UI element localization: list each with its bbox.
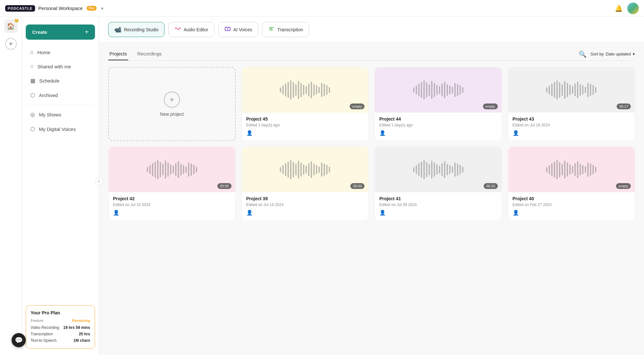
pro-plan-feature-name: Transcription [31, 331, 61, 337]
card-user-icon: 👤 [513, 130, 519, 136]
sidebar-item-schedule[interactable]: ▦ Schedule [24, 74, 96, 88]
tabs-row: Projects Recordings 🔍 Sort by Date updat… [108, 43, 635, 61]
sidebar-item-my-shows[interactable]: ◎ My Shows [24, 108, 96, 122]
sort-button[interactable]: Sort by Date updated ▾ [591, 52, 635, 56]
card-date: Edited on Feb 27 2024 [513, 202, 630, 207]
add-workspace-button[interactable]: + [5, 38, 17, 50]
sidebar-item-my-digital-voices[interactable]: ⬡ My Digital Voices [24, 122, 96, 136]
schedule-icon: ▦ [30, 77, 35, 84]
card-avatar-row: 👤 [246, 210, 364, 216]
chat-icon: 💬 [15, 336, 23, 344]
ai-voices-icon [224, 25, 231, 34]
sidebar-item-archived-label: Archived [39, 93, 58, 98]
audio-editor-icon [175, 25, 181, 34]
topbar-right: 🔔 [615, 3, 639, 14]
plus-icon: + [9, 40, 13, 48]
search-icon[interactable]: 🔍 [579, 50, 587, 58]
card-info: Project 42 Edited on Jul 16 2024 👤 [109, 192, 235, 220]
sort-label: Sort by [591, 52, 604, 56]
sidebar-item-archived[interactable]: ⬡ Archived [24, 88, 96, 102]
card-avatar-row: 👤 [379, 210, 497, 216]
card-avatar-row: 👤 [113, 210, 231, 216]
project-card[interactable]: 00:17 Project 43 Edited on Jul 18 2024 👤 [508, 67, 635, 141]
create-button[interactable]: Create + [26, 25, 95, 40]
audio-editor-label: Audio Editor [184, 27, 208, 32]
pro-plan-title: Your Pro Plan [31, 310, 90, 315]
pro-plan-col2: Remaining [61, 319, 90, 324]
home-narrow-icon: 🏠 [7, 22, 15, 30]
card-user-icon: 👤 [246, 130, 253, 136]
chat-button[interactable]: 💬 [12, 333, 26, 347]
card-user-icon: 👤 [379, 210, 386, 216]
card-thumbnail: 00:05 [109, 147, 235, 192]
sidebar-item-home[interactable]: ⌂ Home [24, 45, 96, 59]
sidebar-item-shared-with-me[interactable]: ○ Shared with me [24, 60, 96, 73]
project-card[interactable]: empty Project 45 Edited 1 day(s) ago 👤 [242, 67, 369, 141]
pro-plan-feature-value: 1M chars [61, 337, 90, 344]
card-thumbnail: 00:17 [508, 67, 635, 113]
project-card[interactable]: + New project [108, 67, 236, 141]
card-info: Project 45 Edited 1 day(s) ago 👤 [242, 113, 369, 141]
duration-badge: empty [483, 104, 498, 109]
card-date: Edited on Jul 18 2024 [513, 123, 630, 127]
avatar[interactable] [627, 3, 639, 14]
transcription-icon [268, 25, 275, 34]
sidebar-nav: ⌂ Home ○ Shared with me ▦ Schedule ⬡ Arc… [22, 42, 99, 301]
card-user-icon: 👤 [379, 130, 386, 136]
sidebar-narrow-home[interactable]: 🏠 👑 [4, 19, 18, 33]
tool-ai-voices[interactable]: AI Voices [218, 22, 258, 37]
notification-icon[interactable]: 🔔 [615, 5, 623, 12]
new-project-label: New project [160, 112, 184, 117]
sidebar-main: Create + ⌂ Home ○ Shared with me ▦ Sched… [22, 0, 99, 355]
tab-projects[interactable]: Projects [108, 48, 128, 60]
card-title: Project 42 [113, 196, 231, 201]
project-card[interactable]: 00:20 Project 41 Edited on Jul 09 2024 👤 [374, 147, 502, 221]
logo-area: PODCASTLE Personal Workspace Pro ▾ [5, 5, 103, 12]
card-title: Project 39 [246, 196, 364, 201]
card-thumbnail: empty [242, 67, 369, 113]
duration-badge: 00:20 [484, 183, 498, 189]
pro-plan-feature-name: Text-to-Speech [31, 337, 61, 344]
project-card[interactable]: empty Project 44 Edited 1 day(s) ago 👤 [374, 67, 502, 141]
card-thumbnail: 00:00 [242, 147, 369, 192]
card-avatar-row: 👤 [379, 130, 497, 136]
tabs-actions: 🔍 Sort by Date updated ▾ [579, 50, 635, 58]
workspace-chevron-icon[interactable]: ▾ [101, 6, 103, 11]
card-avatar-row: 👤 [246, 130, 364, 136]
card-user-icon: 👤 [113, 210, 119, 216]
sort-chevron-icon: ▾ [633, 52, 635, 56]
card-title: Project 44 [379, 116, 497, 122]
card-avatar-row: 👤 [513, 130, 630, 136]
sidebar-item-shows-label: My Shows [39, 112, 61, 117]
duration-badge: 00:17 [617, 104, 631, 109]
svg-point-3 [227, 28, 228, 30]
recording-studio-icon: 📹 [114, 26, 121, 33]
pro-plan-feature-value: 25 hrs [61, 331, 90, 337]
archive-icon: ⬡ [30, 92, 35, 99]
pro-plan-col1: Feature [31, 319, 61, 324]
tool-recording-studio[interactable]: 📹 Recording Studio [108, 22, 165, 37]
project-card[interactable]: 00:05 Project 42 Edited on Jul 16 2024 👤 [108, 147, 236, 221]
project-card[interactable]: empty Project 40 Edited on Feb 27 2024 👤 [508, 147, 635, 221]
sort-value: Date updated [606, 52, 631, 56]
duration-badge: empty [616, 183, 631, 189]
pro-plan-feature-value: 19 hrs 59 mins [61, 324, 90, 331]
card-info: Project 43 Edited on Jul 18 2024 👤 [508, 113, 635, 141]
sidebar-divider [26, 105, 95, 105]
card-date: Edited on Jul 16 2024 [113, 202, 231, 207]
logo: PODCASTLE [5, 5, 35, 12]
tool-audio-editor[interactable]: Audio Editor [168, 22, 214, 37]
crown-badge: 👑 [14, 18, 19, 23]
card-thumbnail: empty [508, 147, 635, 192]
sidebar-item-home-label: Home [37, 50, 50, 55]
collapse-sidebar-button[interactable]: < [95, 178, 103, 185]
toolbar: 📹 Recording Studio Audio Editor AI Voice… [99, 17, 644, 43]
card-date: Edited on Jul 09 2024 [379, 202, 497, 207]
create-label: Create [32, 29, 47, 35]
tool-transcription[interactable]: Transcription [262, 22, 309, 37]
topbar: PODCASTLE Personal Workspace Pro ▾ 🔔 [0, 0, 644, 17]
tab-recordings[interactable]: Recordings [136, 48, 163, 60]
voices-icon: ⬡ [30, 126, 35, 133]
recording-studio-label: Recording Studio [124, 27, 158, 32]
project-card[interactable]: 00:00 Project 39 Edited on Jul 16 2024 👤 [242, 147, 369, 221]
